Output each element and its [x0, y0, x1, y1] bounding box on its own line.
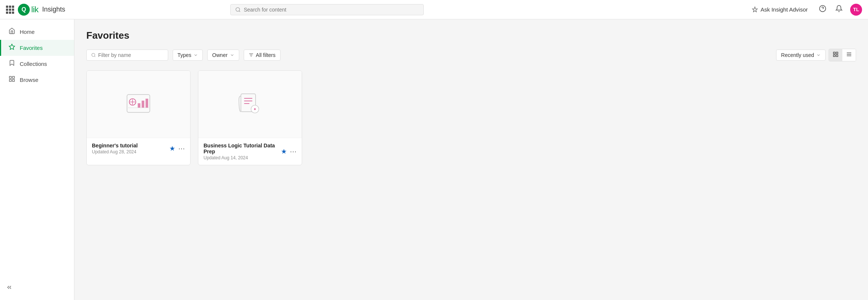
card-preview-2	[198, 71, 302, 138]
types-label: Types	[177, 52, 191, 58]
card-info-1: Beginner's tutorial Updated Aug 28, 2024	[92, 143, 138, 154]
nav-right: Ask Insight Advisor TL	[748, 3, 862, 16]
sidebar: Home Favorites Collections Browse	[0, 19, 74, 300]
types-filter-button[interactable]: Types	[173, 50, 203, 61]
svg-point-9	[92, 53, 95, 56]
app-thumbnail-icon	[125, 91, 151, 117]
list-view-button[interactable]	[842, 49, 856, 61]
sparkle-icon	[752, 6, 758, 13]
sidebar-item-favorites-label: Favorites	[20, 45, 43, 51]
filter-search-icon	[91, 52, 96, 58]
card-name-1: Beginner's tutorial	[92, 143, 138, 149]
svg-rect-7	[9, 80, 11, 82]
svg-rect-6	[13, 76, 15, 78]
ask-advisor-button[interactable]: Ask Insight Advisor	[748, 4, 811, 15]
card-business-logic[interactable]: Business Logic Tutorial Data Prep Update…	[198, 70, 302, 165]
filter-right: Recently used	[776, 49, 856, 61]
sidebar-item-favorites[interactable]: Favorites	[0, 40, 74, 56]
sidebar-item-home-label: Home	[20, 29, 35, 35]
card-beginners-tutorial[interactable]: Beginner's tutorial Updated Aug 28, 2024…	[86, 70, 190, 165]
card-info-2: Business Logic Tutorial Data Prep Update…	[204, 143, 281, 160]
page-title: Favorites	[86, 30, 856, 41]
filter-name-input[interactable]	[98, 52, 163, 58]
card-footer-1: Beginner's tutorial Updated Aug 28, 2024…	[87, 138, 190, 159]
logo-qlik-text: lik	[31, 5, 38, 15]
list-view-icon	[846, 51, 852, 57]
card-actions-1: ★ ⋯	[169, 144, 185, 153]
sort-label: Recently used	[781, 52, 814, 58]
search-input[interactable]	[244, 7, 419, 13]
app-title: Insights	[42, 6, 65, 13]
question-icon	[819, 5, 826, 12]
grid-view-button[interactable]	[829, 49, 842, 61]
favorites-grid: Beginner's tutorial Updated Aug 28, 2024…	[86, 70, 856, 165]
owner-chevron-icon	[230, 53, 234, 57]
user-avatar[interactable]: TL	[850, 4, 862, 16]
types-chevron-icon	[193, 53, 198, 57]
svg-rect-26	[142, 100, 144, 108]
sidebar-item-collections-label: Collections	[20, 61, 47, 67]
sidebar-collapse-button[interactable]	[6, 284, 13, 293]
owner-filter-button[interactable]: Owner	[207, 50, 239, 61]
search-bar[interactable]	[230, 4, 424, 15]
sidebar-item-home[interactable]: Home	[0, 24, 74, 40]
grid-view-icon	[833, 51, 839, 57]
home-icon	[9, 28, 15, 36]
logo-q: Q	[18, 4, 30, 16]
filter-bar: Types Owner All filters Recently used	[86, 49, 856, 61]
card-date-2: Updated Aug 14, 2024	[204, 155, 281, 160]
all-filters-label: All filters	[256, 52, 276, 58]
sidebar-item-browse-label: Browse	[20, 77, 38, 83]
bookmark-icon	[9, 60, 15, 68]
qlik-logo: Q lik	[18, 4, 38, 16]
star-button-2[interactable]: ★	[281, 147, 287, 156]
script-thumbnail-icon	[237, 91, 263, 117]
filter-icon	[249, 52, 254, 58]
svg-marker-4	[9, 44, 15, 50]
sort-button[interactable]: Recently used	[776, 50, 826, 61]
main-layout: Home Favorites Collections Browse Favori…	[0, 19, 868, 300]
search-icon	[235, 7, 241, 13]
main-content: Favorites Types Owner All filters Rec	[74, 19, 868, 300]
svg-rect-14	[833, 52, 835, 54]
all-filters-button[interactable]: All filters	[244, 50, 281, 61]
help-button[interactable]	[817, 3, 828, 16]
more-button-2[interactable]: ⋯	[290, 147, 297, 156]
svg-line-1	[239, 10, 240, 12]
card-footer-2: Business Logic Tutorial Data Prep Update…	[198, 138, 302, 165]
nav-left: Q lik Insights	[6, 4, 65, 16]
app-switcher-icon[interactable]	[6, 6, 14, 14]
svg-rect-8	[13, 80, 15, 82]
top-navigation: Q lik Insights Ask Insight Advisor TL	[0, 0, 868, 19]
bell-icon	[835, 5, 843, 12]
svg-rect-27	[145, 99, 148, 108]
svg-rect-16	[833, 55, 835, 57]
star-button-1[interactable]: ★	[169, 144, 175, 153]
sidebar-item-collections[interactable]: Collections	[0, 56, 74, 72]
svg-rect-15	[836, 52, 838, 54]
svg-rect-17	[836, 55, 838, 57]
card-preview-1	[87, 71, 190, 138]
star-icon	[9, 44, 15, 52]
browse-icon	[9, 76, 15, 84]
sort-chevron-icon	[816, 53, 821, 57]
owner-label: Owner	[212, 52, 227, 58]
filter-by-name[interactable]	[86, 50, 168, 61]
card-name-2: Business Logic Tutorial Data Prep	[204, 143, 281, 154]
card-date-1: Updated Aug 28, 2024	[92, 149, 138, 154]
svg-point-0	[236, 7, 240, 11]
svg-rect-25	[138, 103, 140, 108]
notifications-button[interactable]	[834, 3, 844, 16]
ask-advisor-label: Ask Insight Advisor	[760, 6, 808, 13]
more-button-1[interactable]: ⋯	[178, 144, 185, 153]
view-toggle	[829, 49, 856, 61]
sidebar-item-browse[interactable]: Browse	[0, 72, 74, 88]
svg-line-10	[95, 56, 95, 57]
card-actions-2: ★ ⋯	[281, 147, 297, 156]
svg-rect-5	[9, 76, 11, 78]
